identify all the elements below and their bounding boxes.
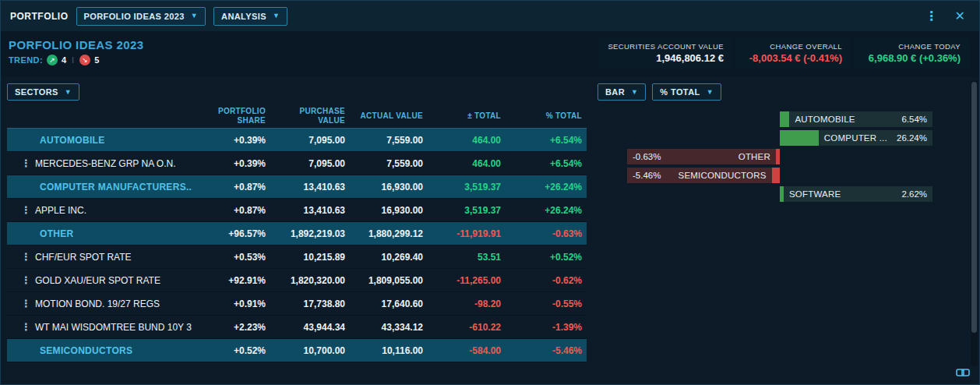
instrument-row[interactable]: ⋮APPLE INC. +0.87% 13,410.63 16,930.00 3… [7, 199, 587, 222]
cell-total-percent: +26.24% [506, 182, 587, 192]
cell-name: ⋮WT MAI WISDOMTREE BUND 10Y 3 [7, 321, 192, 333]
cell-portfolio-share: +0.52% [192, 345, 270, 356]
chevron-down-icon: ▼ [631, 89, 638, 96]
stat-change-today: CHANGE TODAY 6,968.90 € (+0.36%) [853, 38, 970, 69]
column-header-plusminus-total[interactable]: ± TOTAL [428, 111, 506, 121]
cell-total-percent: -0.62% [506, 275, 587, 286]
chart-toolbar: BAR ▼ % TOTAL ▼ [598, 83, 971, 101]
instrument-row[interactable]: ⋮GOLD XAU/EUR SPOT RATE +92.91% 1,820,32… [7, 269, 587, 292]
chart-bar-row[interactable]: AUTOMOBILE 6.54% [627, 111, 932, 127]
chevron-down-icon: ▼ [65, 89, 72, 96]
cell-portfolio-share: +0.39% [192, 135, 270, 146]
trend-summary: TREND: ↗ 4 I ↘ 5 [9, 55, 143, 65]
vertical-scrollbar[interactable] [971, 80, 978, 366]
close-icon[interactable]: ✕ [950, 10, 970, 23]
stat-value: 6,968.90 € (+0.36%) [862, 52, 961, 64]
row-menu-icon[interactable]: ⋮ [21, 204, 27, 216]
cell-portfolio-share: +92.91% [192, 275, 270, 286]
row-menu-icon[interactable]: ⋮ [21, 157, 27, 169]
portfolio-dropdown[interactable]: PORFOLIO IDEAS 2023 ▼ [76, 7, 206, 26]
column-header-actual-value[interactable]: ACTUAL VALUE [350, 111, 428, 121]
grouping-dropdown-label: SECTORS [15, 87, 58, 97]
cell-actual-value: 10,269.40 [350, 252, 428, 263]
cell-total-percent: -1.39% [506, 322, 587, 333]
analysis-dropdown-label: ANALYSIS [221, 12, 266, 21]
row-menu-icon[interactable]: ⋮ [21, 321, 27, 333]
chart-bar-row[interactable]: SOFTWARE 2.62% [627, 186, 932, 202]
cell-actual-value: 10,116.00 [350, 345, 428, 356]
cell-portfolio-share: +0.53% [192, 252, 270, 263]
cell-name: ⋮MOTION BOND. 19/27 REGS [7, 298, 192, 309]
cell-actual-value: 16,930.00 [350, 205, 428, 216]
chart-bar-row[interactable]: -0.63% OTHER [627, 149, 932, 164]
instrument-row[interactable]: ⋮CHF/EUR SPOT RATE +0.53% 10,215.89 10,2… [7, 245, 587, 269]
chart-left-half [627, 111, 780, 127]
cell-purchase-value: 10,215.89 [270, 252, 350, 263]
chart-left-half [627, 130, 780, 146]
bar-value: 2.62% [901, 189, 932, 199]
sector-row[interactable]: SEMICONDUCTORS +0.52% 10,700.00 10,116.0… [7, 339, 587, 362]
cell-purchase-value: 1,820,320.00 [270, 275, 350, 286]
cell-total-percent: -0.63% [506, 228, 587, 239]
cell-name: AUTOMOBILE [7, 135, 192, 146]
bar-segment [772, 168, 780, 183]
row-menu-icon[interactable]: ⋮ [21, 251, 27, 263]
bar-segment [780, 111, 789, 127]
page-title: PORFOLIO IDEAS 2023 [9, 38, 143, 51]
chart-type-dropdown[interactable]: BAR ▼ [598, 83, 646, 101]
instrument-row[interactable]: ⋮WT MAI WISDOMTREE BUND 10Y 3 +2.23% 43,… [7, 316, 587, 339]
cell-actual-value: 1,809,055.00 [350, 275, 428, 286]
portfolio-dropdown-label: PORFOLIO IDEAS 2023 [84, 12, 185, 21]
cell-purchase-value: 10,700.00 [270, 345, 350, 356]
cell-portfolio-share: +0.39% [192, 158, 270, 169]
cell-total: -610.22 [428, 322, 506, 333]
column-header-portfolio-share[interactable]: PORTFOLIO SHARE [192, 107, 270, 125]
cell-purchase-value: 13,410.63 [270, 182, 350, 192]
column-header-percent-total[interactable]: % TOTAL [506, 111, 587, 121]
cell-total: -11,919.91 [428, 228, 506, 239]
scrollbar-thumb[interactable] [971, 82, 977, 333]
bar-value: 6.54% [901, 115, 932, 124]
cell-portfolio-share: +0.87% [192, 182, 270, 192]
cell-actual-value: 1,880,299.12 [350, 228, 428, 239]
cell-total-percent: +0.52% [506, 252, 587, 263]
cell-name: SEMICONDUCTORS [7, 345, 192, 356]
bar-label: SEMICONDUCTORS [679, 171, 772, 180]
cell-portfolio-share: +96.57% [192, 228, 270, 239]
column-header-purchase-value[interactable]: PURCHASE VALUE [270, 107, 350, 125]
instrument-row[interactable]: ⋮MOTION BOND. 19/27 REGS +0.91% 17,738.8… [7, 292, 587, 316]
cell-total: 53.51 [428, 252, 506, 263]
chart-metric-dropdown[interactable]: % TOTAL ▼ [652, 83, 721, 101]
cell-portfolio-share: +0.91% [192, 298, 270, 309]
stat-value: -8,003.54 € (-0.41%) [744, 52, 842, 64]
row-menu-icon[interactable]: ⋮ [21, 274, 27, 286]
chart-left-half [627, 186, 780, 202]
sector-name: SEMICONDUCTORS [40, 345, 132, 356]
instrument-name: APPLE INC. [35, 205, 86, 216]
instrument-row[interactable]: ⋮MERCEDES-BENZ GRP NA O.N. +0.39% 7,095.… [7, 152, 587, 175]
trend-divider: I [70, 55, 76, 65]
sector-row[interactable]: OTHER +96.57% 1,892,219.03 1,880,299.12 … [7, 222, 587, 245]
cell-name: COMPUTER MANUFACTURERS... [7, 182, 192, 192]
chart-bar-row[interactable]: -5.46% SEMICONDUCTORS [627, 168, 932, 183]
bar-value: -0.63% [627, 152, 661, 161]
sector-row[interactable]: AUTOMOBILE +0.39% 7,095.00 7,559.00 464.… [7, 129, 587, 152]
cell-total: 3,519.37 [428, 205, 506, 216]
chevron-down-icon: ▼ [191, 12, 198, 19]
sector-name: AUTOMOBILE [40, 135, 104, 146]
row-menu-icon[interactable]: ⋮ [21, 298, 27, 309]
cell-name: ⋮CHF/EUR SPOT RATE [7, 251, 192, 263]
link-icon[interactable] [956, 366, 970, 380]
stat-label: CHANGE TODAY [862, 42, 961, 51]
chevron-down-icon: ▼ [707, 89, 714, 96]
grouping-dropdown[interactable]: SECTORS ▼ [7, 83, 79, 101]
chart-bar-row[interactable]: COMPUTER ... 26.24% [627, 130, 932, 146]
overflow-menu-icon[interactable]: ⋮ [921, 10, 943, 23]
sector-row[interactable]: COMPUTER MANUFACTURERS... +0.87% 13,410.… [7, 175, 587, 199]
trend-up-icon: ↗ [47, 55, 58, 65]
cell-actual-value: 43,334.12 [350, 322, 428, 333]
cell-actual-value: 16,930.00 [350, 182, 428, 192]
chart-type-dropdown-label: BAR [605, 87, 625, 97]
stat-value: 1,946,806.12 € [608, 52, 724, 64]
analysis-dropdown[interactable]: ANALYSIS ▼ [213, 7, 287, 26]
